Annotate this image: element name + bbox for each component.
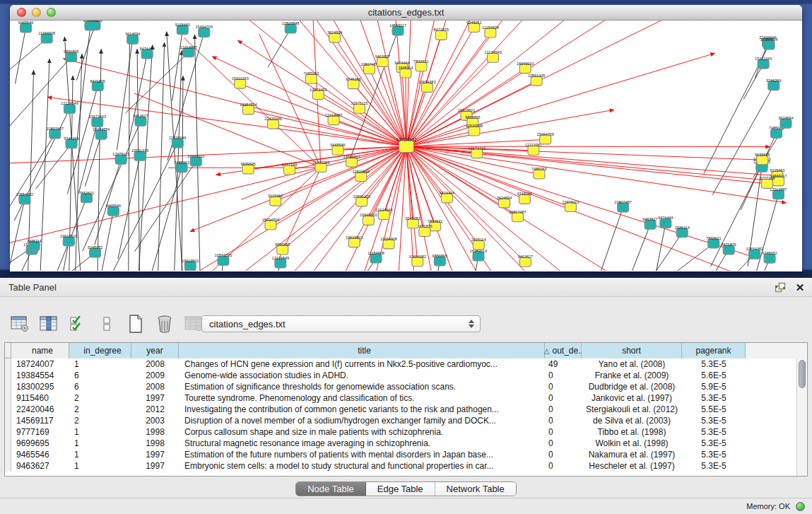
table-cell[interactable]: 2 [69, 392, 131, 404]
table-cell[interactable]: 5.3E-5 [682, 392, 746, 404]
memory-status-indicator[interactable] [796, 502, 805, 511]
table-cell[interactable]: 0 [545, 381, 582, 392]
table-row[interactable]: 2242004622012Investigating the contribut… [5, 404, 807, 415]
table-cell[interactable]: 1997 [131, 449, 179, 460]
table-row[interactable]: 969969511998Structural magnetic resonanc… [5, 438, 807, 449]
table-cell[interactable]: 1 [69, 426, 131, 438]
table-cell[interactable]: 1 [69, 460, 131, 472]
column-header-in_degree[interactable]: in_degree [69, 343, 131, 358]
table-cell[interactable]: 1 [69, 438, 131, 449]
table-cell[interactable]: 5.9E-5 [682, 381, 746, 392]
table-cell[interactable]: Dudbridge et al. (2008) [582, 381, 682, 392]
column-header-title[interactable]: title [179, 343, 545, 358]
table-cell[interactable]: Estimation of the future numbers of pati… [179, 449, 545, 460]
table-cell[interactable]: 49 [545, 358, 582, 370]
table-cell[interactable]: 1 [69, 358, 131, 370]
column-header-name[interactable]: name [11, 343, 69, 358]
table-cell[interactable]: 0 [545, 438, 582, 449]
table-cell[interactable]: 0 [545, 449, 582, 460]
table-cell[interactable]: 1997 [131, 392, 179, 404]
table-cell[interactable]: Nakamura et al. (1997) [582, 449, 682, 460]
table-cell[interactable]: 2 [69, 415, 131, 426]
network-canvas[interactable]: 9465546224200461938455415311243122139871… [10, 21, 801, 271]
table-cell[interactable]: 9463627 [11, 460, 69, 472]
table-cell[interactable]: Franke et al. (2009) [582, 370, 682, 381]
column-header-out_de[interactable]: △out_de... [545, 343, 582, 358]
column-header-pagerank[interactable]: pagerank [682, 343, 746, 358]
table-cell[interactable]: Estimation of significance thresholds fo… [179, 381, 545, 392]
tab-node-table[interactable]: Node Table [296, 482, 366, 496]
table-cell[interactable]: Jankovic et al. (1997) [582, 392, 682, 404]
citation-network-graph[interactable]: 9465546224200461938455415311243122139871… [10, 21, 801, 271]
table-cell[interactable]: Corpus callosum shape and size in male p… [179, 426, 545, 438]
table-row[interactable]: 1830029562008Estimation of significance … [5, 381, 807, 392]
network-window[interactable]: citations_edges.txt 94655462242004619384… [10, 5, 802, 271]
table-cell[interactable]: Stergiakouli et al. (2012) [582, 404, 682, 415]
select-rows-button[interactable] [68, 314, 88, 334]
table-cell[interactable]: Changes of HCN gene expression and I(f) … [179, 358, 545, 370]
tab-network-table[interactable]: Network Table [435, 482, 516, 496]
table-cell[interactable]: Embryonic stem cells: a model to study s… [179, 460, 545, 472]
delete-table-button[interactable] [155, 314, 175, 334]
float-panel-button[interactable] [772, 281, 788, 293]
tab-edge-table[interactable]: Edge Table [366, 482, 435, 496]
scrollbar-thumb[interactable] [799, 360, 806, 388]
table-cell[interactable]: 9777169 [11, 426, 69, 438]
table-cell[interactable]: 5.3E-5 [682, 426, 746, 438]
table-cell[interactable]: 0 [545, 415, 582, 426]
table-cell[interactable]: 5.6E-5 [682, 370, 746, 381]
table-cell[interactable]: 2012 [131, 404, 179, 415]
table-cell[interactable]: 5.3E-5 [682, 460, 746, 472]
column-header-year[interactable]: year [131, 343, 179, 358]
table-cell[interactable]: 5.3E-5 [682, 449, 746, 460]
table-cell[interactable]: 2003 [131, 415, 179, 426]
table-cell[interactable]: Wolkin et al. (1998) [582, 438, 682, 449]
table-cell[interactable]: 0 [545, 460, 582, 472]
table-cell[interactable]: Hescheler et al. (1997) [582, 460, 682, 472]
table-cell[interactable]: 2009 [131, 370, 179, 381]
table-cell[interactable]: 1 [69, 449, 131, 460]
table-cell[interactable]: Disruption of a novel member of a sodium… [179, 415, 545, 426]
close-panel-button[interactable]: ✕ [792, 281, 808, 293]
table-cell[interactable]: Tibbo et al. (1998) [582, 426, 682, 438]
table-cell[interactable]: de Silva et al. (2003) [582, 415, 682, 426]
table-row[interactable]: 946362711997Embryonic stem cells: a mode… [5, 460, 807, 472]
table-cell[interactable]: 18724007 [11, 358, 69, 370]
minimize-window-button[interactable] [32, 8, 41, 17]
table-cell[interactable]: 6 [69, 381, 131, 392]
close-window-button[interactable] [17, 8, 26, 17]
table-cell[interactable]: 1998 [131, 426, 179, 438]
table-cell[interactable]: 0 [545, 370, 582, 381]
table-cell[interactable]: 6 [69, 370, 131, 381]
table-cell[interactable]: 5.3E-5 [682, 438, 746, 449]
table-cell[interactable]: 2 [69, 404, 131, 415]
table-cell[interactable]: 18300295 [11, 381, 69, 392]
column-header-short[interactable]: short [582, 343, 682, 358]
table-cell[interactable]: 5.3E-5 [682, 415, 746, 426]
column-chooser-button[interactable] [39, 314, 59, 334]
table-cell[interactable]: 5.3E-5 [682, 358, 746, 370]
table-cell[interactable]: 5.5E-5 [682, 404, 746, 415]
table-cell[interactable]: 1997 [131, 460, 179, 472]
table-cell[interactable]: Investigating the contribution of common… [179, 404, 545, 415]
table-cell[interactable]: 0 [545, 404, 582, 415]
table-row[interactable]: 1872400712008Changes of HCN gene express… [5, 358, 807, 370]
table-cell[interactable]: 22420046 [11, 404, 69, 415]
table-cell[interactable]: Structural magnetic resonance image aver… [179, 438, 545, 449]
table-cell[interactable]: 19384554 [11, 370, 69, 381]
table-cell[interactable]: 9115460 [11, 392, 69, 404]
table-row[interactable]: 1456911722003Disruption of a novel membe… [5, 415, 807, 426]
table-cell[interactable]: Tourette syndrome. Phenomenology and cla… [179, 392, 545, 404]
import-table-button[interactable] [184, 314, 204, 334]
table-selector-dropdown[interactable]: citations_edges.txt [201, 315, 481, 332]
table-cell[interactable]: 2008 [131, 381, 179, 392]
table-row[interactable]: 977716911998Corpus callosum shape and si… [5, 426, 807, 438]
network-window-titlebar[interactable]: citations_edges.txt [10, 5, 802, 21]
table-row[interactable]: 1938455462009Genome-wide association stu… [5, 370, 807, 381]
table-cell[interactable]: Yano et al. (2008) [582, 358, 682, 370]
table-row[interactable]: 911546021997Tourette syndrome. Phenomeno… [5, 392, 807, 404]
table-row[interactable]: 946554611997Estimation of the future num… [5, 449, 807, 460]
table-settings-button[interactable] [10, 314, 30, 334]
new-table-button[interactable] [126, 314, 146, 334]
table-cell[interactable]: 0 [545, 392, 582, 404]
